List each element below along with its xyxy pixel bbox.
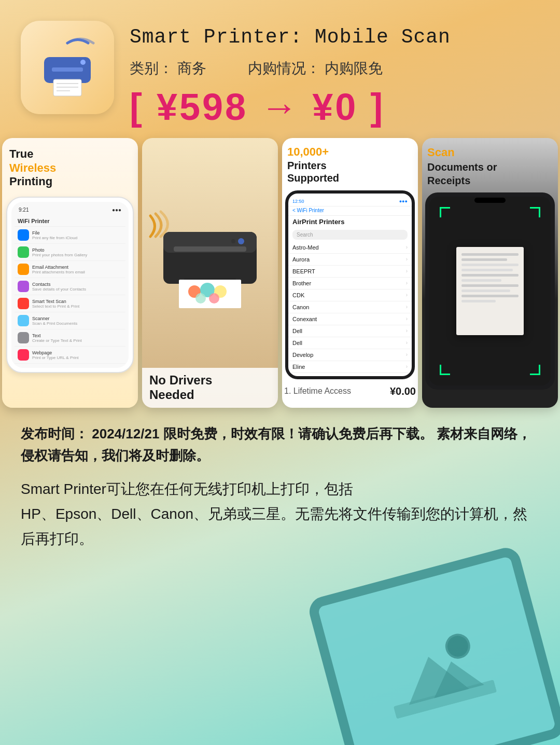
screenshot-card-2: No Drivers Needed xyxy=(142,138,278,408)
svg-point-15 xyxy=(209,293,219,303)
sc1-tagline: True Wireless Printing xyxy=(9,147,131,188)
list-item: Smart Text Scan Select text to Print & P… xyxy=(15,295,125,312)
iap-label: 内购情况： xyxy=(248,60,320,76)
printer-list-item: BEEPRT› xyxy=(288,266,412,278)
app-icon xyxy=(21,21,114,114)
header-info: Smart Printer: Mobile Scan 类别： 商务 内购情况： … xyxy=(130,21,539,128)
scan-corner-br xyxy=(530,365,540,375)
sc3-bottom: 1. Lifetime Access ¥0.00 xyxy=(282,381,418,397)
bottom-section: 发布时间： 2024/12/21 限时免费，时效有限！请确认免费后再下载。 素材… xyxy=(0,408,560,577)
scan-corner-bl xyxy=(440,365,450,375)
header: Smart Printer: Mobile Scan 类别： 商务 内购情况： … xyxy=(0,0,560,138)
sc1-header: True Wireless Printing xyxy=(2,138,138,192)
printer-list-item: Develop› xyxy=(288,349,412,361)
screenshots-section: True Wireless Printing 9:21 ●●● WiFi Pri… xyxy=(0,138,560,408)
printer-list-item: Canon› xyxy=(288,301,412,313)
description-text: Smart Printer可让您在任何无线打印机上打印，包括 HP、Epson、… xyxy=(21,477,539,551)
printer-list-item: Dell› xyxy=(288,325,412,337)
svg-point-21 xyxy=(444,632,472,660)
phone-mockup-1: 9:21 ●●● WiFi Printer File Print any fil… xyxy=(2,197,138,373)
printer-list-item: Brother› xyxy=(288,278,412,289)
list-item: Text Create or Type Text & Print xyxy=(15,329,125,347)
category-label: 类别： xyxy=(130,60,173,76)
scan-phone-mockup xyxy=(422,190,558,392)
list-item: Scanner Scan & Print Documents xyxy=(15,312,125,329)
screenshot-card-4: Scan Documents or Receipts xyxy=(422,138,558,408)
svg-point-18 xyxy=(231,239,235,243)
printer-list-item: Eline› xyxy=(288,361,412,373)
screenshot-card-3: 10,000+ Printers Supported 12:50 ●●● < W… xyxy=(282,138,418,408)
list-item: File Print any file from iCloud xyxy=(15,227,125,244)
meta-row: 类别： 商务 内购情况： 内购限免 xyxy=(130,59,539,78)
publish-info: 发布时间： 2024/12/21 限时免费，时效有限！请确认免费后再下载。 素材… xyxy=(21,423,539,466)
svg-point-17 xyxy=(238,238,244,244)
svg-point-6 xyxy=(80,60,86,65)
wifi-waves-icon xyxy=(146,200,177,242)
printer-list-item: Conexant› xyxy=(288,313,412,325)
printer-list-item: CDK› xyxy=(288,289,412,301)
svg-point-14 xyxy=(195,293,206,303)
screenshot-card-1: True Wireless Printing 9:21 ●●● WiFi Pri… xyxy=(2,138,138,408)
app-title: Smart Printer: Mobile Scan xyxy=(130,26,539,48)
no-drivers-label: No Drivers Needed xyxy=(142,368,278,408)
iap: 内购情况： 内购限免 xyxy=(248,59,383,78)
printer-list-item: Dell› xyxy=(288,337,412,349)
decoration-svg xyxy=(376,617,497,719)
list-item: Webpage Print or Type URL & Print xyxy=(15,347,125,364)
sc3-header: 10,000+ Printers Supported xyxy=(282,138,418,186)
category-value: 商务 xyxy=(177,60,206,76)
svg-rect-16 xyxy=(174,246,246,252)
price-display: [ ¥598 → ¥0 ] xyxy=(130,87,539,128)
svg-rect-1 xyxy=(52,67,83,72)
list-item: Photo Print your photos from Gallery xyxy=(15,244,125,261)
iap-value: 内购限免 xyxy=(325,60,383,76)
list-item: Email Attachment Print attachments from … xyxy=(15,261,125,278)
list-item: Contacts Save details of your Contacts xyxy=(15,278,125,295)
airprint-phone: 12:50 ●●● < WiFi Printer AirPrint Printe… xyxy=(282,186,418,381)
scan-corner-tr xyxy=(530,207,540,217)
scan-corner-tl xyxy=(440,207,450,217)
printer-list-item: Aurora› xyxy=(288,254,412,266)
category: 类别： 商务 xyxy=(130,59,206,78)
sc4-header: Scan Documents or Receipts xyxy=(422,138,558,190)
printer-list-item: Astro-Med› xyxy=(288,242,412,254)
